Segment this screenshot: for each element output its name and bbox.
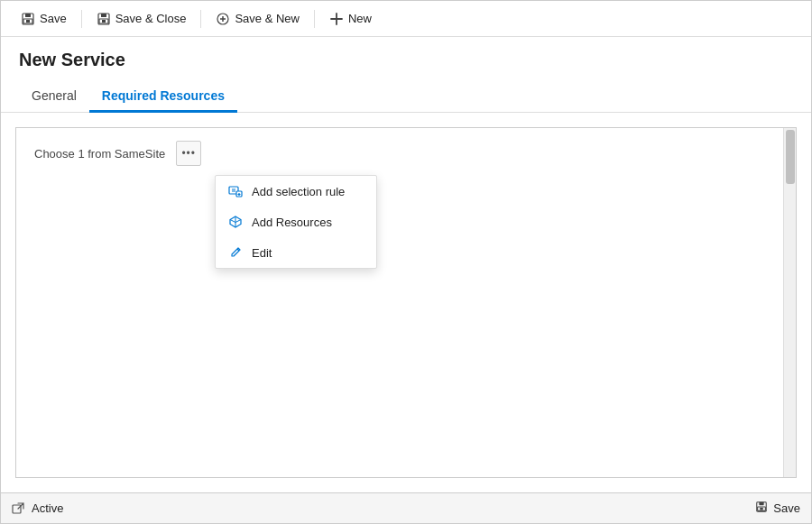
new-icon bbox=[329, 12, 344, 26]
content-panel: Choose 1 from SameSite ••• Add selection… bbox=[15, 127, 797, 478]
status-left: Active bbox=[12, 501, 63, 515]
edit-label: Edit bbox=[252, 246, 272, 260]
svg-rect-7 bbox=[102, 20, 106, 23]
status-badge: Active bbox=[32, 501, 63, 515]
new-label: New bbox=[348, 12, 372, 25]
toolbar: Save Save & Close Save & New bbox=[1, 1, 811, 37]
ellipsis-icon: ••• bbox=[181, 147, 196, 160]
save-new-label: Save & New bbox=[235, 12, 300, 25]
save-icon bbox=[21, 12, 35, 26]
dropdown-menu: Add selection rule Add Resources bbox=[215, 175, 377, 269]
scrollbar[interactable] bbox=[783, 128, 796, 477]
status-right: Save bbox=[755, 501, 800, 516]
main-content: Choose 1 from SameSite ••• Add selection… bbox=[1, 113, 811, 492]
save-close-label: Save & Close bbox=[115, 12, 187, 25]
external-link-icon bbox=[12, 502, 24, 515]
status-bar: Active Save bbox=[1, 492, 811, 523]
add-selection-rule-item[interactable]: Add selection rule bbox=[216, 176, 376, 207]
page-title: New Service bbox=[19, 50, 793, 70]
svg-rect-13 bbox=[760, 502, 764, 506]
more-options-button[interactable]: ••• bbox=[176, 141, 201, 166]
add-selection-rule-label: Add selection rule bbox=[252, 185, 345, 198]
svg-rect-3 bbox=[26, 20, 30, 23]
tab-required-resources[interactable]: Required Resources bbox=[89, 81, 237, 113]
status-save-icon bbox=[755, 501, 768, 516]
add-selection-rule-icon bbox=[228, 184, 243, 198]
save-button[interactable]: Save bbox=[12, 7, 76, 31]
save-label: Save bbox=[40, 12, 67, 25]
choose-label: Choose 1 from SameSite bbox=[34, 147, 165, 161]
scrollbar-thumb bbox=[786, 130, 795, 184]
status-save-label: Save bbox=[773, 501, 800, 515]
add-resources-icon bbox=[228, 215, 243, 229]
divider-3 bbox=[314, 10, 315, 28]
save-close-icon bbox=[97, 12, 111, 26]
choose-row: Choose 1 from SameSite ••• bbox=[16, 128, 796, 179]
add-resources-item[interactable]: Add Resources bbox=[216, 207, 376, 237]
tab-general[interactable]: General bbox=[19, 81, 89, 113]
tabs: General Required Resources bbox=[1, 81, 811, 113]
edit-item[interactable]: Edit bbox=[216, 237, 376, 268]
svg-rect-11 bbox=[13, 505, 21, 513]
add-resources-label: Add Resources bbox=[252, 216, 332, 229]
svg-rect-15 bbox=[761, 508, 764, 510]
svg-rect-1 bbox=[25, 14, 31, 17]
divider-1 bbox=[81, 10, 82, 28]
edit-icon bbox=[228, 245, 243, 260]
divider-2 bbox=[200, 10, 201, 28]
page-header: New Service bbox=[1, 37, 811, 81]
save-close-button[interactable]: Save & Close bbox=[88, 7, 196, 31]
new-button[interactable]: New bbox=[320, 7, 381, 31]
save-new-button[interactable]: Save & New bbox=[207, 7, 309, 31]
svg-rect-5 bbox=[101, 14, 106, 17]
save-new-icon bbox=[216, 12, 230, 26]
